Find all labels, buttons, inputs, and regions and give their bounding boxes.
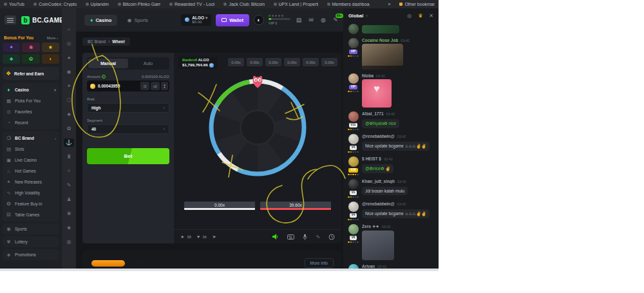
chat-username[interactable]: Afzal_1771 [362, 111, 384, 116]
bookmark-item[interactable]: UPX Land | Properti... [274, 2, 318, 6]
sidebar-item-slots[interactable]: ▤Slots [3, 144, 59, 155]
hamburger-menu-icon[interactable] [5, 15, 16, 24]
bcgame-logo[interactable]: b BC.GAME [21, 16, 64, 24]
green-potion-icon[interactable]: ♣ [3, 54, 20, 64]
tab-auto[interactable]: Auto [128, 59, 168, 68]
green-leaf-cash-icon[interactable]: ✿ [22, 54, 39, 64]
rail-icon[interactable]: ✿ [64, 124, 74, 133]
sidebar-item-new-releases[interactable]: ✦New Releases [3, 176, 59, 187]
rail-icon[interactable]: ⬡ [64, 96, 74, 104]
heart-icon[interactable]: ♥ [197, 234, 200, 239]
wallet-button[interactable]: Wallet [216, 14, 249, 26]
chat-rules-icon[interactable]: ◎ [407, 13, 412, 19]
chat-username[interactable]: Arivan [362, 264, 375, 269]
segment-select[interactable]: 40 › [87, 124, 169, 134]
chat-username[interactable]: @renebaldwin@ [362, 134, 395, 138]
bell-icon[interactable]: ◍ [319, 17, 327, 23]
bookmark-item[interactable]: CoinCodex: Crypto... [33, 2, 76, 6]
rail-icon[interactable]: ❀ [64, 209, 74, 218]
tab-manual[interactable]: Manual [88, 59, 128, 68]
rail-icon[interactable]: ◉ [64, 68, 74, 76]
refer-and-earn[interactable]: ❖ Refer and Earn [3, 67, 59, 80]
rail-icon[interactable]: ✦ [64, 82, 74, 90]
sidebar-item-table-games[interactable]: ⚄Table Games [3, 209, 59, 220]
tab-sports[interactable]: ◉Sports [121, 15, 154, 26]
gold-star-icon[interactable]: ★ [42, 43, 59, 52]
more-info-button[interactable]: More Info [305, 258, 334, 268]
amount-stepper[interactable]: ▲▼ [161, 82, 168, 90]
half-amount-button[interactable]: /2 [140, 82, 149, 90]
bookmark-item[interactable]: Bitcoin Plinko Gam... [118, 2, 160, 6]
rail-icon[interactable]: ◎ [64, 39, 74, 48]
chat-toggle-icon[interactable]: ✎ 99+ [332, 17, 339, 23]
avatar[interactable] [348, 134, 359, 144]
avatar[interactable] [348, 224, 359, 234]
rail-icon[interactable]: ♠ [64, 53, 74, 62]
amount-input[interactable]: 0.00043955 /2 x2 ▲▼ [87, 80, 169, 91]
avatar[interactable] [348, 73, 359, 84]
sidebar-item-picks-for-you[interactable]: ▦Picks For You [3, 95, 59, 106]
rail-icon[interactable]: ♟ [64, 195, 74, 203]
risk-select[interactable]: High › [87, 103, 169, 113]
avatar[interactable] [348, 24, 359, 34]
rail-icon[interactable]: ♜ [64, 153, 74, 161]
sidebar-item-lottery[interactable]: ✾Lottery [3, 236, 59, 247]
rail-icon[interactable]: ⌕ [64, 25, 74, 33]
bonus-more-link[interactable]: More › [47, 36, 58, 40]
chat-username[interactable]: Cocaine Nose Job [362, 38, 398, 43]
other-bookmarks[interactable]: Other bookmar... [399, 2, 435, 6]
pink-flower-egg-icon[interactable]: ❀ [22, 43, 39, 52]
spin-wheel-icon[interactable]: ◐ [254, 15, 264, 25]
vip-progress[interactable]: VIP 0 [269, 15, 290, 25]
breadcrumb-parent[interactable]: BC Brand [88, 39, 106, 44]
chat-username[interactable]: Zero ✦✦ [362, 224, 379, 229]
bookmarks-overflow-chevron[interactable]: » [388, 2, 390, 6]
chat-username[interactable]: Nioba [362, 73, 374, 78]
sidebar-item-high-volatility[interactable]: ∿High Volatility [3, 187, 59, 198]
sidebar-item-bc-brand[interactable]: ❍BC Brand› [3, 133, 59, 144]
avatar[interactable] [348, 111, 359, 122]
rail-icon[interactable]: ◍ [64, 238, 74, 246]
bookmark-item[interactable]: Members dashboar... [327, 2, 370, 6]
sidebar-item-casino[interactable]: ♦Casino▾ [3, 84, 59, 95]
tab-casino[interactable]: ♦Casino [84, 15, 117, 26]
balance-selector[interactable]: ALGO ▾ $0.00 [181, 14, 211, 26]
bookmark-item[interactable]: Rewarded TV - Lock... [169, 2, 214, 6]
leaderboard-icon[interactable]: ▤ [295, 17, 303, 23]
rail-icon[interactable]: ✎ [64, 181, 74, 189]
sidebar-item-feature-buy-in[interactable]: ✪Feature Buy-in [3, 198, 59, 209]
stats-icon[interactable]: ∿ [316, 234, 320, 240]
sidebar-item-sports[interactable]: ◉Sports [3, 223, 59, 234]
avatar[interactable] [348, 156, 359, 167]
bookmark-item[interactable]: Jack Club: Bitcoin... [223, 2, 264, 6]
sidebar-item-hot-games[interactable]: ♨Hot Games [3, 165, 59, 176]
double-amount-button[interactable]: x2 [151, 82, 160, 90]
horizontal-scrollbar[interactable] [0, 269, 439, 271]
inbox-icon[interactable]: ✉ [307, 17, 315, 23]
avatar[interactable] [348, 38, 359, 48]
bookmark-item[interactable]: Uplandme [86, 2, 109, 6]
sidebar-item-promotions[interactable]: ◈Promotions [3, 249, 59, 260]
sidebar-item-favorites[interactable]: ◎Favorites [3, 106, 59, 117]
purple-gem-egg-icon[interactable]: ✦ [3, 43, 20, 52]
trophy-icon[interactable]: ♛ [418, 13, 422, 19]
share-icon[interactable]: ➤ [213, 234, 216, 240]
sidebar-item-live-casino[interactable]: ▣Live Casino [3, 155, 59, 165]
rail-icon[interactable]: ⚓ [64, 138, 74, 147]
close-chat-icon[interactable]: ✕ [429, 13, 433, 19]
sound-icon[interactable] [272, 234, 279, 240]
chat-username[interactable]: Khan_jutt_singh [362, 179, 395, 184]
rail-icon[interactable]: ♣ [64, 110, 74, 118]
orange-action-button[interactable] [91, 260, 125, 267]
rail-icon[interactable]: ◈ [64, 223, 74, 232]
chat-room-title[interactable]: Global [348, 13, 363, 19]
mic-icon[interactable] [303, 234, 307, 240]
avatar[interactable] [348, 179, 359, 189]
star-icon[interactable]: ★ [180, 234, 184, 240]
chat-username[interactable]: $ HEIST $ [362, 156, 381, 161]
rail-icon[interactable]: ✧ [64, 167, 74, 175]
avatar[interactable] [348, 202, 359, 212]
bet-button[interactable]: Bet [87, 148, 169, 164]
info-icon[interactable]: i [102, 75, 106, 79]
chat-username[interactable]: @renebaldwin@ [362, 202, 395, 206]
